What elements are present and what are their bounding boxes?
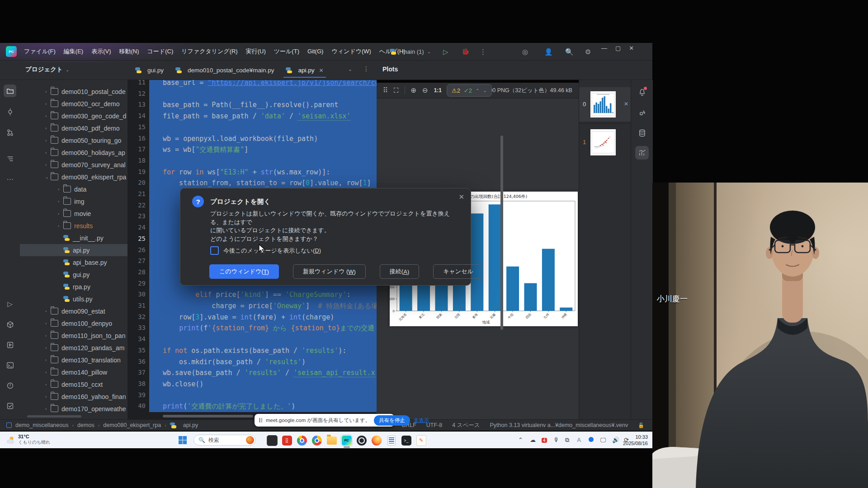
menu-1[interactable]: 編集(E)	[60, 43, 87, 56]
chevron-down-icon[interactable]: ⌄	[45, 175, 51, 179]
tree-item-demo030_geo_code_d[interactable]: ›demo030_geo_code_d	[20, 110, 127, 122]
tree-item-demo120_pandas_am[interactable]: ›demo120_pandas_am	[20, 342, 127, 354]
tree-horizontal-scrollbar[interactable]	[27, 415, 81, 418]
tree-item-results[interactable]: ›results	[20, 220, 127, 232]
commit-icon[interactable]	[4, 105, 16, 118]
database-icon[interactable]	[635, 126, 649, 140]
status-item[interactable]: Python 3.13 virtualenv a...¥demo_miscell…	[490, 422, 628, 428]
tray-onedrive[interactable]: ☁	[530, 436, 536, 443]
run-tool-icon[interactable]: ▷	[4, 298, 16, 310]
close-icon[interactable]: ✕	[624, 101, 628, 107]
structure-icon[interactable]	[4, 152, 16, 165]
menu-9[interactable]: ウィンドウ(W)	[327, 43, 375, 56]
menu-8[interactable]: Git(G)	[303, 43, 327, 55]
todo-icon[interactable]	[4, 399, 16, 412]
terminal-icon[interactable]	[4, 359, 16, 371]
breadcrumb[interactable]: demo_miscellaneous›demos›demo080_ekisper…	[0, 422, 198, 428]
tab-gui.py[interactable]: gui.py	[129, 63, 170, 78]
grid-icon[interactable]: ⠿	[383, 86, 388, 94]
pull-requests-icon[interactable]	[4, 126, 16, 139]
chevron-right-icon[interactable]: ›	[45, 114, 51, 118]
chevron-right-icon[interactable]: ›	[45, 382, 51, 387]
editor-vertical-scrollbar[interactable]	[500, 136, 503, 330]
breadcrumb-demo080_ekispert_rpa[interactable]: demo080_ekispert_rpa	[103, 422, 161, 428]
hide-link[interactable]: 非表示	[414, 417, 429, 424]
taskbar-app-widgets-dark[interactable]	[266, 434, 278, 446]
taskbar-app-adobe-red[interactable]: ⣿	[281, 434, 293, 446]
minimize-button[interactable]: —	[601, 45, 607, 52]
chevron-right-icon[interactable]: ›	[45, 407, 51, 411]
taskbar-app-terminal[interactable]: >_	[400, 434, 412, 446]
tray-microphone[interactable]: 🎙	[553, 436, 559, 443]
chevron-right-icon[interactable]: ›	[45, 321, 51, 326]
problems-icon[interactable]	[4, 379, 16, 392]
tree-item-demo100_denpyo[interactable]: ›demo100_denpyo	[20, 317, 127, 329]
search-everywhere-icon[interactable]: 🔍	[565, 48, 574, 56]
tray-meet-cam[interactable]	[589, 436, 594, 443]
tree-item-demo170_openweathe[interactable]: ›demo170_openweathe	[20, 403, 127, 415]
tree-item-demo020_ocr_demo[interactable]: ›demo020_ocr_demo	[20, 98, 127, 110]
chevron-right-icon[interactable]: ›	[45, 346, 51, 350]
zoom-ratio-label[interactable]: 1:1	[434, 87, 442, 94]
tree-item-data[interactable]: ›data	[20, 183, 127, 195]
taskbar-app-excel-doc[interactable]	[385, 434, 397, 446]
start-button[interactable]	[178, 436, 187, 445]
tree-item-rpa.py[interactable]: rpa.py	[20, 281, 127, 293]
hidden-tabs-chevron-icon[interactable]: ⌄	[348, 66, 352, 72]
maximize-button[interactable]: ▢	[615, 45, 621, 52]
taskbar-app-chrome[interactable]	[296, 434, 308, 446]
tray-monitor[interactable]: 🖵	[600, 436, 606, 443]
python-packages-icon[interactable]	[4, 318, 16, 331]
tree-item-gui.py[interactable]: gui.py	[20, 268, 127, 281]
chevron-right-icon[interactable]: ›	[58, 224, 63, 228]
chevron-right-icon[interactable]: ›	[45, 309, 51, 314]
tray-chevron-up[interactable]: ⌃	[518, 436, 523, 443]
zoom-out-icon[interactable]: ⊖	[422, 86, 428, 94]
tree-item-__init__.py[interactable]: __init__.py	[20, 232, 127, 244]
tree-item-demo010_postal_code[interactable]: ›demo010_postal_code	[20, 85, 127, 98]
tree-item-demo130_translation[interactable]: ›demo130_translation	[20, 354, 127, 366]
tree-item-demo060_holidays_ap[interactable]: ›demo060_holidays_ap	[20, 146, 127, 159]
dialog-button-キャンセル[interactable]: キャンセル	[433, 264, 483, 279]
tree-item-api.py[interactable]: api.py	[20, 244, 127, 256]
tree-item-demo150_ccxt[interactable]: ›demo150_ccxt	[20, 378, 127, 390]
chevron-right-icon[interactable]: ›	[45, 89, 51, 94]
tree-item-img[interactable]: ›img	[20, 195, 127, 207]
tree-item-demo080_ekispert_rpa[interactable]: ⌄demo080_ekispert_rpa	[20, 171, 127, 183]
project-folder-icon[interactable]	[4, 84, 16, 97]
taskbar-weather-widget[interactable]: 31°C くもりのち晴れ	[5, 434, 50, 445]
breadcrumb-api.py[interactable]: api.py	[183, 422, 198, 428]
tab-options-kebab-icon[interactable]: ⋮	[363, 65, 370, 72]
more-actions-kebab-icon[interactable]: ⋮	[480, 48, 486, 56]
taskbar-clock[interactable]: 10:33 2025/08/16	[623, 434, 648, 446]
ai-chat-icon[interactable]	[635, 106, 649, 120]
menu-6[interactable]: 実行(U)	[242, 43, 270, 56]
chevron-right-icon[interactable]: ›	[45, 102, 51, 106]
zoom-in-icon[interactable]: ⊕	[411, 86, 417, 94]
tray-snip[interactable]: ⧉	[565, 436, 569, 443]
tree-item-utils.py[interactable]: utils.py	[20, 293, 127, 305]
taskbar-app-notes[interactable]: ✎	[415, 434, 427, 446]
tree-item-demo050_touring_go[interactable]: ›demo050_touring_go	[20, 134, 127, 146]
taskbar-app-firefox[interactable]	[370, 434, 382, 446]
run-configuration[interactable]: main (1) ⌄	[390, 46, 431, 57]
stop-sharing-button[interactable]: 共有を停止	[374, 415, 410, 426]
taskbar-app-explorer[interactable]	[326, 434, 338, 446]
project-tool-window-header[interactable]: プロジェクト⌄	[25, 66, 69, 74]
checkbox[interactable]	[210, 246, 219, 255]
dialog-button-接続(A)[interactable]: 接続(A)	[380, 264, 419, 279]
tree-item-demo160_yahoo_finan[interactable]: ›demo160_yahoo_finan	[20, 390, 127, 403]
inspection-widget[interactable]: ⚠2 ✓2 ⌃ ⌄	[447, 84, 492, 97]
chevron-right-icon[interactable]: ›	[45, 358, 51, 362]
tree-item-demo140_pillow[interactable]: ›demo140_pillow	[20, 366, 127, 378]
menu-4[interactable]: コード(C)	[143, 43, 178, 56]
taskbar-app-chrome-2[interactable]	[311, 434, 323, 446]
notifications-bell-icon[interactable]	[635, 85, 649, 99]
run-button[interactable]: ▷	[443, 48, 448, 56]
crop-frame-icon[interactable]: ⛶	[394, 86, 399, 94]
tree-item-demo110_json_to_pan[interactable]: ›demo110_json_to_pan	[20, 329, 127, 342]
chevron-right-icon[interactable]: ›	[45, 150, 51, 155]
taskbar-app-pycharm[interactable]: PC	[340, 434, 353, 446]
tree-item-movie[interactable]: ›movie	[20, 207, 127, 220]
plot-thumbnail-0[interactable]: 0 ✕	[579, 87, 631, 122]
